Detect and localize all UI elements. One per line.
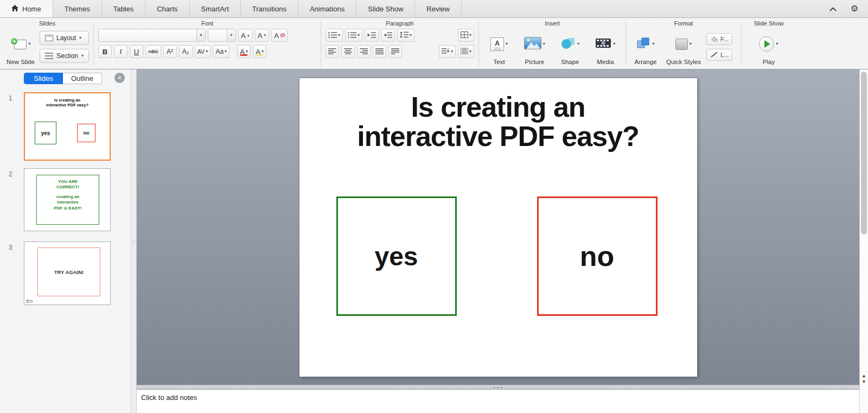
section-button[interactable]: Section ▾ xyxy=(40,49,89,63)
notes-splitter[interactable]: • • • xyxy=(137,385,859,390)
italic-button[interactable]: I xyxy=(114,45,127,58)
align-center-button[interactable] xyxy=(341,45,355,58)
decrease-indent-button[interactable] xyxy=(365,29,379,42)
grow-font-button[interactable]: A▲ xyxy=(238,29,253,42)
quick-styles-button[interactable]: ▾ Quick Styles xyxy=(665,28,703,66)
font-size-combo[interactable]: ▾ xyxy=(208,29,236,42)
collapse-ribbon-icon[interactable] xyxy=(829,4,837,14)
layout-label: Layout xyxy=(56,34,76,42)
insert-picture-button[interactable]: ▾ Picture xyxy=(519,28,550,66)
no-answer-box[interactable]: no xyxy=(537,196,658,316)
font-color-button[interactable]: A▾ xyxy=(237,45,251,58)
insert-media-label: Media xyxy=(597,59,614,66)
slide-thumbnail-1[interactable]: Is creating an interactive PDF easy? yes… xyxy=(24,92,111,161)
layout-button[interactable]: Layout ▾ xyxy=(40,31,89,45)
text-direction-dropdown-icon: ▾ xyxy=(451,49,453,54)
group-label-format: Format xyxy=(630,19,737,28)
slide-canvas[interactable]: Is creating an interactive PDF easy? yes… xyxy=(299,78,697,377)
slide-title-line2: interactive PDF easy? xyxy=(299,122,697,151)
line-spacing-button[interactable]: ▾ xyxy=(397,29,414,42)
align-right-button[interactable] xyxy=(357,45,371,58)
tab-transitions[interactable]: Transitions xyxy=(241,0,298,17)
tab-tables[interactable]: Tables xyxy=(102,0,146,17)
tab-themes[interactable]: Themes xyxy=(53,0,102,17)
insert-text-button[interactable]: A ▾ Text xyxy=(484,28,514,66)
numbering-dropdown-icon: ▾ xyxy=(358,33,360,37)
character-spacing-button[interactable]: AV▾ xyxy=(195,45,211,58)
triangle-down-icon: ▼ xyxy=(263,34,266,37)
align-center-icon xyxy=(344,48,352,56)
bold-button[interactable]: B xyxy=(98,45,112,58)
ribbon: Slides + ▾ New Slide Layout ▾ xyxy=(0,18,868,69)
insert-picture-label: Picture xyxy=(525,59,544,66)
highlight-color-button[interactable]: A▾ xyxy=(253,45,266,58)
tab-home[interactable]: Home xyxy=(0,0,53,17)
shape-line-button[interactable]: L... xyxy=(706,49,732,61)
increase-indent-button[interactable] xyxy=(381,29,395,42)
columns-button[interactable]: ▾ xyxy=(458,29,474,42)
new-slide-button[interactable]: + ▾ New Slide xyxy=(5,28,36,66)
yes-answer-box[interactable]: yes xyxy=(336,196,457,316)
scrollbar-thumb[interactable] xyxy=(861,72,867,234)
numbering-button[interactable]: ▾ xyxy=(345,29,362,42)
section-label: Section xyxy=(56,52,78,60)
text-direction-button[interactable]: ▾ xyxy=(439,45,456,58)
thumb-no-label: no xyxy=(84,130,90,136)
font-size-dropdown-icon: ▾ xyxy=(230,33,232,37)
font-name-combo[interactable]: ▾ xyxy=(98,29,206,42)
layout-icon xyxy=(45,35,53,41)
splitter-grip-icon: ⋮⋮ xyxy=(131,240,136,246)
slide-canvas-area[interactable]: Is creating an interactive PDF easy? yes… xyxy=(137,69,859,385)
tab-charts[interactable]: Charts xyxy=(145,0,189,17)
change-case-button[interactable]: Aa▾ xyxy=(213,45,229,58)
distribute-text-button[interactable] xyxy=(388,45,402,58)
ribbon-group-paragraph: Paragraph ▾ ▾ ▾ ▾ ▾ ▾ xyxy=(321,18,478,69)
insert-picture-dropdown-icon: ▾ xyxy=(543,42,545,46)
panel-splitter[interactable]: ⋮⋮ xyxy=(131,69,137,413)
arrange-label: Arrange xyxy=(635,59,657,66)
new-slide-dropdown-icon[interactable]: ▾ xyxy=(28,42,30,46)
tab-review[interactable]: Review xyxy=(415,0,462,17)
next-slide-button[interactable]: ▼ xyxy=(860,379,868,385)
sidebar-tab-outline[interactable]: Outline xyxy=(63,73,102,84)
align-text-button[interactable]: ▾ xyxy=(458,45,474,58)
outline-tab-label: Outline xyxy=(71,74,93,82)
close-icon: ✕ xyxy=(117,75,122,81)
close-panel-button[interactable]: ✕ xyxy=(114,73,125,83)
group-label-font: Font xyxy=(98,19,316,28)
settings-gear-icon[interactable]: ⚙ xyxy=(851,4,858,13)
slide-number: 1 xyxy=(9,94,12,102)
bullets-button[interactable]: ▾ xyxy=(326,29,343,42)
justify-button[interactable] xyxy=(373,45,386,58)
shape-fill-button[interactable]: F... xyxy=(706,33,732,45)
insert-media-button[interactable]: ▾ Media xyxy=(590,28,621,66)
underline-button[interactable]: U xyxy=(130,45,143,58)
notes-pane[interactable]: Click to add notes xyxy=(137,390,859,413)
tab-animations[interactable]: Animations xyxy=(298,0,356,17)
tab-smartart[interactable]: SmartArt xyxy=(190,0,241,17)
subscript-button[interactable]: A₂ xyxy=(179,45,193,58)
superscript-button[interactable]: A² xyxy=(163,45,177,58)
media-icon xyxy=(595,37,611,52)
thumb-yes-label: yes xyxy=(41,130,50,136)
align-left-button[interactable] xyxy=(326,45,339,58)
insert-shape-label: Shape xyxy=(561,59,579,66)
sidebar-tab-slides[interactable]: Slides xyxy=(24,73,63,84)
insert-text-label: Text xyxy=(494,59,505,66)
previous-slide-button[interactable]: ▲ xyxy=(860,373,868,379)
play-button[interactable]: ▾ Play xyxy=(754,28,784,66)
clear-formatting-button[interactable]: A xyxy=(271,29,288,42)
tab-slide-show[interactable]: Slide Show xyxy=(356,0,415,17)
slide-title[interactable]: Is creating an interactive PDF easy? xyxy=(299,92,697,151)
group-label-slide-show: Slide Show xyxy=(746,19,792,28)
strikethrough-button[interactable]: ABC xyxy=(145,45,161,58)
arrange-button[interactable]: ▾ Arrange xyxy=(630,28,661,66)
insert-shape-button[interactable]: ▾ Shape xyxy=(555,28,585,66)
slide-thumbnail-2[interactable]: YOU ARE CORRECT! creating an interactive… xyxy=(24,168,111,231)
group-label-insert: Insert xyxy=(483,19,621,28)
superscript-glyph: A² xyxy=(167,48,173,55)
increase-indent-icon xyxy=(384,31,392,40)
shrink-font-button[interactable]: A▼ xyxy=(255,29,270,42)
vertical-scrollbar[interactable]: ▲ ▼ xyxy=(859,69,868,413)
slide-thumbnail-3[interactable]: TRY AGAIN! ⇦ xyxy=(24,242,111,305)
